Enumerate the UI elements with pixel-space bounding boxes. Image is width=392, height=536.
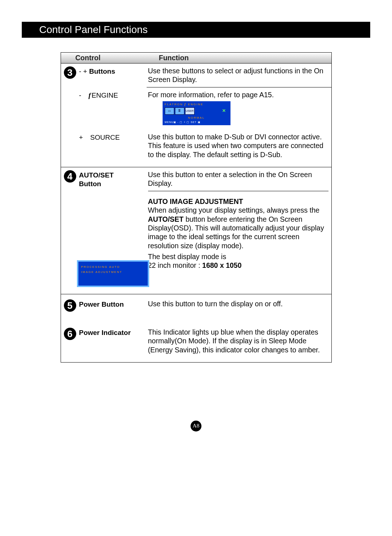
osd2-line2: IMAGE ADJUSTMENT — [81, 270, 145, 275]
auto-image-heading: AUTO IMAGE ADJUSTMENT — [148, 197, 328, 206]
row-6: 6 Power Indicator This Indicator lights … — [61, 323, 331, 362]
osd1-icon-bars: ≣ — [175, 107, 184, 115]
page-footer: A8 — [22, 421, 370, 431]
row-5: 5 Power Button Use this button to turn t… — [61, 294, 331, 323]
row3-sub-source: + SOURCE Use this button to make D-Sub o… — [61, 130, 331, 165]
row-3: 3 - + Buttons Use these buttons to selec… — [61, 64, 331, 87]
row-number-3: 3 — [64, 66, 76, 79]
row-number-6: 6 — [64, 328, 76, 340]
row4-auto-adjust: PROCESSING AUTO IMAGE ADJUSTMENT AUTO IM… — [61, 194, 331, 292]
osd1-close-icon: ✕ — [222, 108, 226, 114]
row3-function: Use these buttons to select or adjust fu… — [147, 64, 331, 87]
osd-processing-graphic: PROCESSING AUTO IMAGE ADJUSTMENT — [77, 260, 149, 287]
osd-engine-graphic: FLATRON fENGINE ▭ ≣ USER ✕ NORMAL MENU▣ … — [163, 101, 230, 125]
best-mode-line: 22 inch monitor : 1680 x 1050 — [148, 261, 328, 270]
row-number-5: 5 — [64, 299, 76, 312]
osd1-icon-monitor: ▭ — [165, 107, 174, 115]
osd1-normal: NORMAL — [165, 116, 228, 120]
osd1-icon-user: USER — [185, 107, 195, 115]
row-4: 4 AUTO/SET Button Use this button to ent… — [61, 167, 331, 194]
controls-table: Control Function 3 - + Buttons Use these… — [61, 52, 332, 363]
row3-sub-engine: - f ENGINE For more information, refer t… — [61, 87, 331, 130]
sub1-function: For more information, refer to page A15.… — [147, 87, 331, 130]
row6-control: Power Indicator — [79, 325, 147, 357]
best-mode-intro: The best display mode is — [148, 252, 328, 261]
osd1-menuline: MENU▣ - ▢ + ▢ SET ▣ — [165, 121, 228, 124]
sub1-sign: - — [79, 91, 81, 130]
row5-control: Power Button — [79, 296, 147, 312]
sub2-function: Use this button to make D-Sub or DVI con… — [147, 130, 331, 162]
page-title: Control Panel Functions — [39, 24, 148, 36]
table-header: Control Function — [61, 53, 331, 64]
sub2-sign: + — [79, 133, 83, 162]
row4-control: AUTO/SET Button — [79, 167, 147, 194]
sub2-label: SOURCE — [90, 133, 120, 162]
row4-function1: Use this button to enter a selection in … — [148, 170, 328, 188]
page-title-bar: Control Panel Functions — [22, 22, 370, 38]
header-control: Control — [61, 53, 159, 62]
header-function: Function — [159, 53, 331, 62]
page-number: A8 — [191, 421, 201, 431]
row3-control-pre: - + — [79, 67, 89, 75]
row3-control-label: Buttons — [89, 67, 115, 75]
row5-function: Use this button to turn the display on o… — [147, 296, 331, 312]
sub1-label: f ENGINE — [89, 91, 118, 130]
osd2-line1: PROCESSING AUTO — [81, 265, 145, 270]
osd1-title-left: FLATRON — [165, 103, 183, 106]
osd1-title-right: ENGINE — [188, 103, 204, 106]
row-number-4: 4 — [64, 170, 76, 183]
row6-function: This Indicator lights up blue when the d… — [147, 325, 331, 357]
row3-control: - + Buttons — [79, 64, 147, 87]
auto-image-paragraph: When adjusting your display settings, al… — [148, 206, 328, 250]
